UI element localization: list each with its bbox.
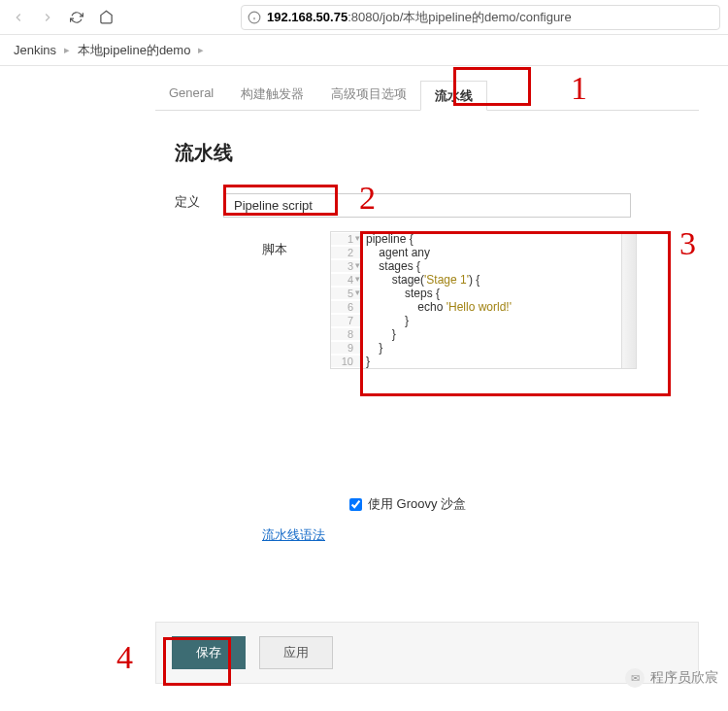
breadcrumb-item-job[interactable]: 本地pipeline的demo [78,42,190,59]
section-title: 流水线 [175,140,728,166]
tab-advanced[interactable]: 高级项目选项 [317,80,420,110]
definition-select[interactable]: Pipeline script [223,193,631,218]
groovy-sandbox-label: 使用 Groovy 沙盒 [368,495,466,513]
save-button[interactable]: 保存 [172,636,246,669]
pipeline-syntax-link[interactable]: 流水线语法 [262,527,325,542]
tab-pipeline[interactable]: 流水线 [420,81,487,111]
chevron-right-icon: ▸ [198,44,204,56]
wechat-icon: ✉ [625,668,645,688]
breadcrumb-item-jenkins[interactable]: Jenkins [14,43,56,57]
definition-label: 定义 [155,193,223,211]
annotation-number-4: 4 [116,639,133,676]
apply-button[interactable]: 应用 [259,636,333,669]
reload-button[interactable] [66,7,87,28]
forward-button[interactable] [37,7,58,28]
breadcrumb: Jenkins ▸ 本地pipeline的demo ▸ [0,35,728,66]
annotation-number-2: 2 [359,180,376,217]
url-text: 192.168.50.75:8080/job/本地pipeline的demo/c… [267,9,572,26]
annotation-number-1: 1 [571,70,587,107]
tab-bar: General 构建触发器 高级项目选项 流水线 [155,80,699,111]
tab-general[interactable]: General [155,80,227,110]
home-button[interactable] [95,7,116,28]
groovy-sandbox-checkbox[interactable] [349,498,362,511]
tab-triggers[interactable]: 构建触发器 [227,80,317,110]
watermark: ✉ 程序员欣宸 [625,668,718,688]
script-label: 脚本 [155,231,330,258]
footer-actions: 保存 应用 [155,622,699,684]
info-icon [248,11,261,24]
chevron-right-icon: ▸ [64,44,70,56]
pipeline-script-editor[interactable]: 1▾pipeline {2 agent any3▾ stages {4▾ sta… [330,231,631,369]
annotation-number-3: 3 [679,225,696,262]
watermark-text: 程序员欣宸 [650,669,718,687]
back-button[interactable] [8,7,29,28]
browser-toolbar: 192.168.50.75:8080/job/本地pipeline的demo/c… [0,0,728,35]
url-bar[interactable]: 192.168.50.75:8080/job/本地pipeline的demo/c… [241,5,720,30]
